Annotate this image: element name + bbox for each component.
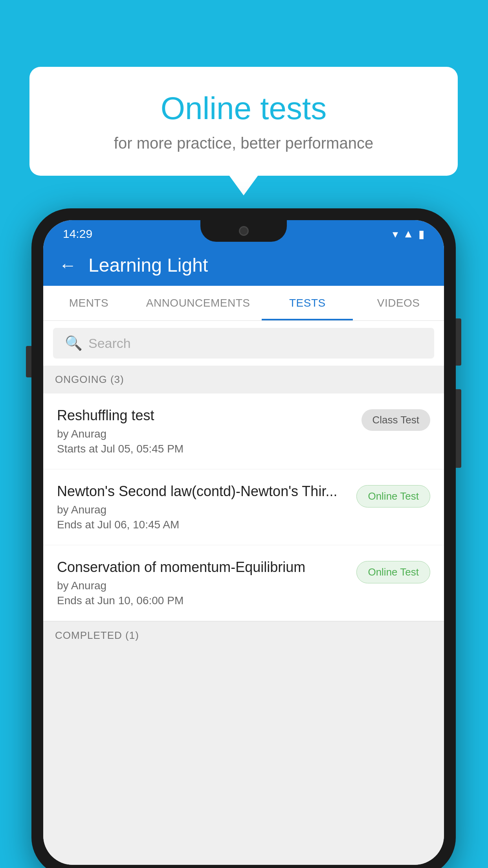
bubble-title: Online tests xyxy=(61,90,426,127)
signal-icon: ▲ xyxy=(403,228,414,240)
tab-announcements[interactable]: ANNOUNCEMENTS xyxy=(134,286,262,320)
time-label: Ends at xyxy=(57,519,94,531)
app-title: Learning Light xyxy=(88,254,208,276)
back-button[interactable]: ← xyxy=(59,255,77,276)
status-icons: ▾ ▲ ▮ xyxy=(393,228,424,241)
time-value: Jul 06, 10:45 AM xyxy=(97,519,180,531)
tab-ments[interactable]: MENTS xyxy=(43,286,134,320)
app-header: ← Learning Light xyxy=(43,245,444,286)
search-box[interactable]: 🔍 Search xyxy=(53,328,434,359)
volume-down-button xyxy=(456,389,461,468)
search-placeholder: Search xyxy=(88,336,131,351)
phone-screen: 14:29 ▾ ▲ ▮ ← Learning Light MENTS ANNOU… xyxy=(43,220,444,865)
test-name: Reshuffling test xyxy=(57,407,354,424)
battery-icon: ▮ xyxy=(418,228,424,241)
test-name: Conservation of momentum-Equilibrium xyxy=(57,559,349,576)
test-time: Starts at Jul 05, 05:45 PM xyxy=(57,443,354,455)
status-time: 14:29 xyxy=(63,227,92,241)
test-author: by Anurag xyxy=(57,579,349,592)
completed-section-header: COMPLETED (1) xyxy=(43,621,444,649)
test-info: Reshuffling test by Anurag Starts at Jul… xyxy=(57,407,354,455)
time-label: Ends at xyxy=(57,594,94,607)
test-time: Ends at Jul 06, 10:45 AM xyxy=(57,519,349,531)
search-icon: 🔍 xyxy=(65,335,83,351)
bubble-subtitle: for more practice, better performance xyxy=(61,134,426,152)
test-item[interactable]: Reshuffling test by Anurag Starts at Jul… xyxy=(43,394,444,469)
class-test-badge: Class Test xyxy=(361,409,430,431)
online-test-badge: Online Test xyxy=(356,485,430,508)
volume-button xyxy=(26,346,31,377)
power-button xyxy=(456,318,461,366)
camera xyxy=(239,226,249,236)
search-container: 🔍 Search xyxy=(43,321,444,366)
time-value: Jul 05, 05:45 PM xyxy=(101,443,183,455)
test-name: Newton's Second law(contd)-Newton's Thir… xyxy=(57,483,349,500)
test-time: Ends at Jun 10, 06:00 PM xyxy=(57,594,349,607)
test-info: Newton's Second law(contd)-Newton's Thir… xyxy=(57,483,349,531)
tab-videos[interactable]: VIDEOS xyxy=(353,286,444,320)
test-info: Conservation of momentum-Equilibrium by … xyxy=(57,559,349,607)
tabs-bar: MENTS ANNOUNCEMENTS TESTS VIDEOS xyxy=(43,286,444,321)
test-item[interactable]: Newton's Second law(contd)-Newton's Thir… xyxy=(43,469,444,545)
phone-notch xyxy=(200,220,287,242)
tab-tests[interactable]: TESTS xyxy=(262,286,353,320)
test-author: by Anurag xyxy=(57,428,354,440)
phone-device: 14:29 ▾ ▲ ▮ ← Learning Light MENTS ANNOU… xyxy=(31,208,456,868)
online-test-badge-2: Online Test xyxy=(356,561,430,583)
test-item[interactable]: Conservation of momentum-Equilibrium by … xyxy=(43,545,444,621)
time-label: Starts at xyxy=(57,443,98,455)
content-area: 🔍 Search ONGOING (3) Reshuffling test by… xyxy=(43,321,444,865)
phone-frame: 14:29 ▾ ▲ ▮ ← Learning Light MENTS ANNOU… xyxy=(31,208,456,868)
wifi-icon: ▾ xyxy=(393,228,398,241)
time-value: Jun 10, 06:00 PM xyxy=(97,594,183,607)
speech-bubble: Online tests for more practice, better p… xyxy=(29,67,458,176)
test-author: by Anurag xyxy=(57,504,349,516)
ongoing-section-header: ONGOING (3) xyxy=(43,366,444,394)
